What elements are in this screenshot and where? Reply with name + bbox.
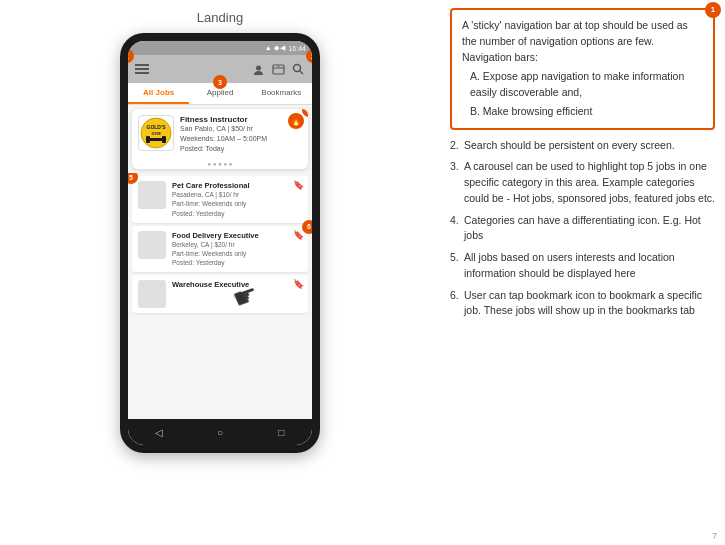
menu-icon[interactable] — [134, 61, 150, 77]
landing-label: Landing — [197, 10, 243, 25]
bookmark-icon-delivery[interactable]: 🔖 — [293, 230, 304, 240]
job-location-pet: Pasadena, CA | $10/ hr — [172, 190, 302, 199]
company-logo: GOLD'S GYM — [138, 115, 174, 151]
job-type-delivery: Part-time: Weekends only — [172, 249, 302, 258]
back-button[interactable]: ◁ — [152, 425, 166, 439]
note-item-3: 3. A carousel can be used to highlight t… — [450, 159, 715, 206]
svg-text:GYM: GYM — [151, 131, 161, 136]
right-panel: 1 A 'sticky' navigation bar at top shoul… — [440, 0, 725, 545]
carousel-location: San Pablo, CA | $50/ hr — [180, 124, 302, 134]
svg-line-7 — [299, 70, 303, 74]
svg-point-3 — [256, 65, 261, 70]
job-logo-delivery — [138, 231, 166, 259]
messages-icon[interactable] — [250, 61, 266, 77]
list-item: 5 Pet Care Professional Pasadena, CA | $… — [132, 176, 308, 222]
job-type-pet: Part-time: Weekends only — [172, 199, 302, 208]
phone-mockup: ▲ ◆ ◀ 16:44 1 — [120, 33, 320, 453]
svg-rect-2 — [135, 72, 149, 74]
job-info-pet: Pet Care Professional Pasadena, CA | $10… — [172, 181, 302, 217]
hot-badge: 🔥 — [288, 113, 304, 129]
svg-rect-11 — [148, 138, 164, 141]
tab-bookmarks[interactable]: Bookmarks — [251, 83, 312, 104]
carousel-schedule: Weekends: 10AM – 5:00PM — [180, 134, 302, 144]
notes-list: 2. Search should be persistent on every … — [450, 138, 715, 326]
annotation-2: 2 — [306, 49, 312, 63]
recents-button[interactable]: □ — [274, 425, 288, 439]
svg-rect-1 — [135, 68, 149, 70]
left-panel: Landing ▲ ◆ ◀ 16:44 1 — [0, 0, 440, 545]
svg-point-6 — [293, 64, 300, 71]
svg-rect-13 — [162, 136, 166, 143]
svg-rect-0 — [135, 64, 149, 66]
phone-screen: ▲ ◆ ◀ 16:44 1 — [128, 41, 312, 445]
search-icon[interactable] — [290, 61, 306, 77]
carousel-info: Fitness Instructor San Pablo, CA | $50/ … — [180, 115, 302, 153]
home-button[interactable]: ○ — [213, 425, 227, 439]
note-text-1: A 'sticky' navigation bar at top should … — [462, 18, 703, 65]
bookmark-icon-pet[interactable]: 🔖 — [293, 180, 304, 190]
job-list: 5 Pet Care Professional Pasadena, CA | $… — [128, 173, 312, 419]
carousel-section: 4 🔥 GOLD'S GYM — [132, 109, 308, 169]
list-item: 6 Food Delivery Executive Berkeley, CA |… — [132, 226, 308, 272]
note-item-6: 6. User can tap bookmark icon to bookmar… — [450, 288, 715, 320]
note-sub-b: B. Make browsing efficient — [470, 104, 703, 120]
profile-icon[interactable] — [270, 61, 286, 77]
status-icons: ▲ ◆ ◀ — [265, 44, 286, 52]
note-item-2: 2. Search should be persistent on every … — [450, 138, 715, 154]
annotation-6: 6 — [302, 220, 312, 234]
note-num-1: 1 — [705, 2, 721, 18]
note-box-1: 1 A 'sticky' navigation bar at top shoul… — [450, 8, 715, 130]
phone-bottom-nav: ◁ ○ □ — [128, 419, 312, 445]
carousel-job-title: Fitness Instructor — [180, 115, 302, 124]
bookmark-icon-warehouse[interactable]: 🔖 — [293, 279, 304, 289]
page-number: 7 — [712, 531, 717, 541]
svg-text:GOLD'S: GOLD'S — [147, 124, 167, 130]
list-item: Warehouse Executive 🔖 — [132, 275, 308, 313]
note-sub-list: A. Expose app navigation to make informa… — [462, 69, 703, 119]
tab-all-jobs[interactable]: All Jobs — [128, 83, 189, 104]
carousel-card: GOLD'S GYM Fitness Instructor San Pablo,… — [132, 109, 308, 159]
status-bar: ▲ ◆ ◀ 16:44 — [128, 41, 312, 55]
annotation-3: 3 — [213, 75, 227, 89]
job-posted-delivery: Posted: Yesterday — [172, 258, 302, 267]
job-title-pet: Pet Care Professional — [172, 181, 302, 190]
carousel-posted: Posted: Today — [180, 144, 302, 154]
svg-rect-12 — [146, 136, 150, 143]
note-item-5: 5. All jobs based on users interests and… — [450, 250, 715, 282]
tab-bar: 3 All Jobs Applied Bookmarks — [128, 83, 312, 105]
job-logo-warehouse — [138, 280, 166, 308]
carousel-dots: ● ● ● ● ● — [132, 159, 308, 169]
note-sub-a: A. Expose app navigation to make informa… — [470, 69, 703, 101]
job-info-delivery: Food Delivery Executive Berkeley, CA | $… — [172, 231, 302, 267]
status-time: 16:44 — [288, 45, 306, 52]
job-location-delivery: Berkeley, CA | $20/ hr — [172, 240, 302, 249]
note-item-4: 4. Categories can have a differentiating… — [450, 213, 715, 245]
job-title-delivery: Food Delivery Executive — [172, 231, 302, 240]
job-logo-pet — [138, 181, 166, 209]
job-posted-pet: Posted: Yesterday — [172, 209, 302, 218]
svg-point-5 — [277, 65, 279, 67]
annotation-5: 5 — [128, 173, 138, 184]
